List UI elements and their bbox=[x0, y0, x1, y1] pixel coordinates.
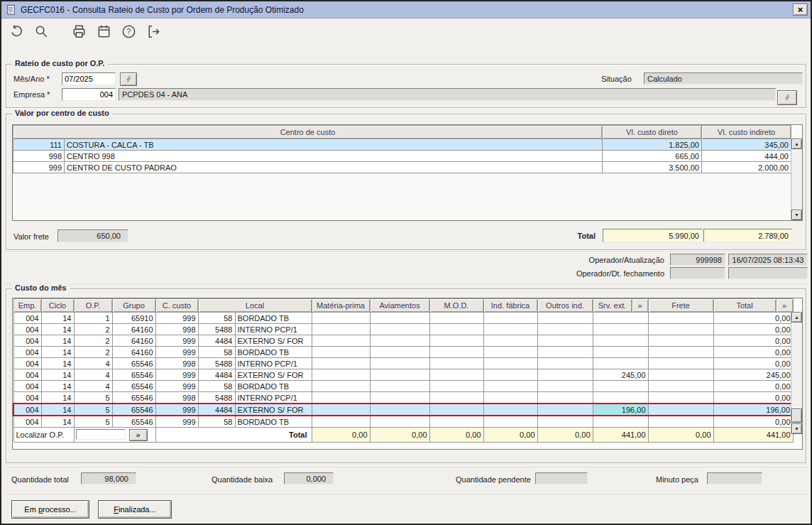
outros-ind-cell bbox=[537, 335, 593, 347]
calendar-button[interactable] bbox=[94, 22, 114, 41]
custo-direto-cell: 3.500,00 bbox=[603, 162, 702, 173]
emp-cell: 004 bbox=[13, 313, 41, 324]
custo-row[interactable]: 004144655469994484EXTERNO S/ FOR245,0024… bbox=[13, 369, 793, 381]
col-expand-total-button[interactable]: » bbox=[776, 299, 793, 313]
col-ciclo[interactable]: Ciclo bbox=[41, 299, 74, 313]
ciclo-cell: 14 bbox=[41, 416, 74, 428]
outros-ind-cell bbox=[537, 358, 593, 369]
outros-ind-cell bbox=[537, 347, 593, 358]
aviamentos-cell bbox=[370, 358, 429, 369]
operador-atualizacao-date: 16/07/2025 08:13:43 bbox=[728, 254, 808, 266]
col-emp[interactable]: Emp. bbox=[13, 299, 41, 313]
close-button[interactable]: × bbox=[793, 4, 808, 16]
custo-row[interactable]: 004142641609985488INTERNO PCP/10,00 bbox=[13, 324, 793, 335]
ind-fabrica-cell bbox=[483, 381, 537, 392]
aviamentos-cell bbox=[370, 324, 429, 335]
c-custo-cell: 998 bbox=[155, 324, 198, 335]
aviamentos-cell bbox=[370, 369, 429, 381]
col-mod[interactable]: M.O.D. bbox=[429, 299, 483, 313]
frete-cell bbox=[648, 347, 713, 358]
col-local[interactable]: Local bbox=[198, 299, 312, 313]
col-custo-direto[interactable]: Vl. custo direto bbox=[603, 126, 702, 139]
mes-ano-lookup-button[interactable] bbox=[120, 72, 137, 86]
col-total[interactable]: Total bbox=[713, 299, 776, 313]
empresa-lookup-button[interactable] bbox=[777, 90, 797, 105]
mod-cell bbox=[429, 416, 483, 428]
col-ind-fabrica[interactable]: Ind. fábrica bbox=[483, 299, 537, 313]
col-centro-de-custo[interactable]: Centro de custo bbox=[13, 126, 603, 139]
custo-direto-cell: 1.825,00 bbox=[603, 139, 702, 151]
local-num-cell: 4484 bbox=[198, 335, 235, 347]
exit-button[interactable] bbox=[144, 22, 163, 41]
print-button[interactable] bbox=[70, 22, 89, 41]
custo-row[interactable]: 0041416591099958BORDADO TB0,00 bbox=[13, 313, 793, 324]
help-button[interactable]: ? bbox=[119, 22, 138, 41]
quantidade-pendente-field bbox=[535, 472, 588, 485]
materia-prima-cell bbox=[312, 404, 370, 416]
col-grupo[interactable]: Grupo bbox=[112, 299, 155, 313]
scroll-up-button[interactable]: ▲ bbox=[791, 312, 802, 323]
empresa-name-field: PCPDES 04 - ANA bbox=[119, 88, 776, 101]
lightning-icon bbox=[125, 75, 133, 83]
c-custo-cell: 999 bbox=[155, 416, 198, 428]
col-frete[interactable]: Frete bbox=[648, 299, 713, 313]
custo-row[interactable]: 0041456554699958BORDADO TB0,00 bbox=[13, 416, 793, 428]
custo-row[interactable]: 0041446554699958BORDADO TB0,00 bbox=[13, 381, 793, 392]
custo-row[interactable]: 004142641609994484EXTERNO S/ FOR0,00 bbox=[13, 335, 793, 347]
custo-row[interactable]: 004145655469985488INTERNO PCP/10,00 bbox=[13, 392, 793, 404]
custo-scrollbar[interactable]: ▲ ▼ bbox=[791, 312, 802, 434]
custo-footer-row: Localizar O.P. » Total 0,00 0,00 0,00 0,… bbox=[13, 428, 793, 443]
col-expand-srv-button[interactable]: » bbox=[632, 299, 648, 313]
c-custo-cell: 999 bbox=[155, 347, 198, 358]
mes-ano-input[interactable] bbox=[62, 72, 116, 85]
local-num-cell: 5488 bbox=[198, 358, 235, 369]
window-title: GECFC016 - Consulta Rateio de Custo por … bbox=[21, 5, 304, 15]
custo-indireto-cell: 2.000,00 bbox=[702, 162, 791, 173]
ciclo-cell: 14 bbox=[41, 313, 74, 324]
centro-code-cell: 111 bbox=[13, 139, 65, 151]
custo-table: Emp. Ciclo O.P. Grupo C. custo Local Mat… bbox=[13, 298, 794, 443]
centro-scrollbar[interactable]: ▲ ▼ bbox=[791, 139, 802, 220]
valor-frete-field: 650,00 bbox=[57, 229, 128, 242]
scroll-thumb[interactable] bbox=[791, 408, 802, 423]
centro-row[interactable]: 998CENTRO 998665,00444,00 bbox=[13, 151, 791, 162]
local-cell: EXTERNO S/ FOR bbox=[235, 335, 312, 347]
ind-fabrica-cell bbox=[483, 404, 537, 416]
ind-fabrica-cell bbox=[483, 369, 537, 381]
centro-row[interactable]: 999CENTRO DE CUSTO PADRAO3.500,002.000,0… bbox=[13, 162, 791, 173]
c-custo-cell: 999 bbox=[155, 335, 198, 347]
search-button[interactable] bbox=[32, 22, 51, 41]
custo-row[interactable]: 0041426416099958BORDADO TB0,00 bbox=[13, 347, 793, 358]
centro-row[interactable]: 111COSTURA - CALCA - TB1.825,00345,00 bbox=[13, 139, 791, 151]
custo-row[interactable]: 004144655469985488INTERNO PCP/10,00 bbox=[13, 358, 793, 369]
search-icon bbox=[33, 23, 50, 40]
operador-fechamento-label: Operador/Dt. fechamento bbox=[498, 269, 664, 278]
col-srv-ext[interactable]: Srv. ext. bbox=[593, 299, 632, 313]
col-aviamentos[interactable]: Aviamentos bbox=[370, 299, 429, 313]
localizar-op-input[interactable] bbox=[76, 429, 126, 440]
emp-cell: 004 bbox=[13, 381, 41, 392]
frete-cell bbox=[648, 381, 713, 392]
srv-ext-cell bbox=[593, 392, 648, 404]
finalizada-button[interactable]: Finalizada... bbox=[98, 500, 172, 519]
ind-fabrica-cell bbox=[483, 392, 537, 404]
scroll-down-button[interactable]: ▼ bbox=[791, 423, 802, 434]
col-op[interactable]: O.P. bbox=[74, 299, 112, 313]
localizar-op-cell: » bbox=[74, 428, 155, 443]
emp-cell: 004 bbox=[13, 369, 41, 381]
scroll-up-button[interactable]: ▲ bbox=[791, 139, 802, 149]
custo-row[interactable]: 004145655469994484EXTERNO S/ FOR196,0019… bbox=[13, 404, 793, 416]
scroll-down-button[interactable]: ▼ bbox=[791, 210, 802, 220]
local-cell: BORDADO TB bbox=[235, 416, 312, 428]
centro-table: Centro de custo Vl. custo direto Vl. cus… bbox=[13, 125, 791, 173]
col-outros-ind[interactable]: Outros ind. bbox=[537, 299, 593, 313]
minuto-peca-label: Minuto peça bbox=[656, 475, 698, 484]
localizar-op-button[interactable]: » bbox=[129, 429, 148, 441]
em-processo-button[interactable]: Em processo... bbox=[11, 500, 89, 519]
col-custo-indireto[interactable]: Vl. custo indireto bbox=[702, 126, 791, 139]
col-c-custo[interactable]: C. custo bbox=[155, 299, 198, 313]
col-materia-prima[interactable]: Matéria-prima bbox=[312, 299, 370, 313]
op-cell: 4 bbox=[74, 381, 112, 392]
undo-button[interactable] bbox=[7, 22, 26, 41]
empresa-code-input[interactable] bbox=[62, 88, 116, 101]
